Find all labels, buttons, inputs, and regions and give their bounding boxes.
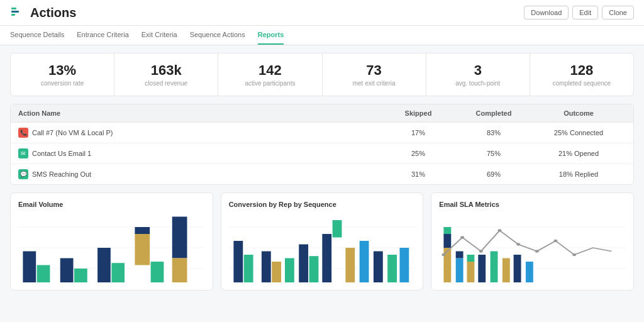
svg-point-50 (460, 236, 464, 238)
metric-closed-revenue: 163k closed revenue (114, 53, 218, 96)
phone-icon: 📞 (18, 128, 28, 138)
svg-rect-39 (444, 227, 452, 234)
svg-rect-46 (502, 258, 510, 283)
table-row: 💬 SMS Reaching Out 31% 69% 18% Replied (11, 164, 633, 184)
edit-button[interactable]: Edit (572, 6, 598, 19)
svg-rect-8 (60, 258, 74, 283)
svg-point-51 (479, 250, 483, 252)
clone-button[interactable]: Clone (602, 6, 634, 19)
metric-value-1: 163k (119, 62, 213, 79)
metric-value-3: 73 (328, 62, 421, 79)
conversion-by-rep-chart: Conversion by Rep by Sequence (221, 192, 424, 291)
svg-rect-33 (399, 248, 409, 282)
download-button[interactable]: Download (524, 6, 569, 19)
svg-rect-40 (456, 258, 464, 283)
metric-value-5: 128 (535, 62, 628, 79)
tab-entrance-criteria[interactable]: Entrance Criteria (77, 26, 129, 45)
svg-rect-13 (135, 227, 150, 234)
metric-met-exit: 73 met exit criteria (323, 53, 426, 96)
svg-rect-44 (479, 255, 486, 282)
metric-label-3: met exit criteria (328, 80, 421, 87)
email-sla-chart: Email SLA Metrics (431, 192, 634, 291)
conversion-by-rep-title: Conversion by Rep by Sequence (229, 201, 416, 208)
metric-conversion-rate: 13% conversion rate (11, 53, 114, 96)
tab-reports[interactable]: Reports (258, 26, 284, 45)
svg-rect-32 (387, 255, 397, 282)
action-name-cell: 📞 Call #7 (No VM & Local P) (18, 128, 380, 138)
email-sla-title: Email SLA Metrics (439, 201, 626, 208)
svg-rect-22 (262, 252, 271, 283)
svg-rect-12 (135, 234, 150, 265)
top-bar-left: Actions (10, 5, 76, 20)
row2-name: Contact Us Email 1 (32, 150, 91, 157)
svg-rect-45 (491, 252, 498, 283)
svg-rect-28 (332, 220, 341, 238)
col-action-name: Action Name (18, 109, 380, 117)
svg-rect-11 (111, 263, 125, 282)
svg-rect-2 (11, 14, 15, 16)
svg-rect-0 (11, 8, 16, 9)
tab-sequence-actions[interactable]: Sequence Actions (190, 26, 245, 45)
action-name-cell: ✉ Contact Us Email 1 (18, 148, 380, 158)
svg-rect-23 (272, 262, 281, 282)
actions-table: Action Name Skipped Completed Outcome 📞 … (10, 104, 634, 185)
svg-point-55 (554, 240, 558, 242)
row3-outcome: 18% Replied (531, 170, 626, 178)
svg-point-56 (572, 253, 576, 256)
sms-icon: 💬 (18, 169, 28, 179)
svg-point-54 (535, 250, 539, 252)
top-bar-actions: Download Edit Clone (524, 6, 634, 19)
email-sla-area (439, 213, 626, 282)
action-name-cell: 💬 SMS Reaching Out (18, 169, 380, 179)
svg-rect-29 (345, 248, 355, 282)
col-completed: Completed (456, 109, 531, 117)
email-volume-title: Email Volume (18, 201, 205, 208)
col-outcome: Outcome (531, 109, 626, 117)
svg-rect-7 (37, 265, 50, 283)
charts-row: Email Volume (10, 192, 634, 291)
svg-rect-41 (456, 252, 464, 258)
metrics-row: 13% conversion rate 163k closed revenue … (10, 53, 634, 96)
row1-outcome: 25% Connected (531, 129, 626, 136)
nav-tabs: Sequence Details Entrance Criteria Exit … (0, 26, 644, 45)
svg-rect-30 (359, 241, 369, 282)
row3-name: SMS Reaching Out (32, 170, 91, 178)
svg-point-52 (498, 229, 502, 231)
svg-point-49 (442, 253, 446, 256)
email-icon: ✉ (18, 148, 28, 158)
row1-name: Call #7 (No VM & Local P) (32, 129, 113, 136)
svg-point-53 (516, 243, 520, 245)
col-skipped: Skipped (380, 109, 456, 117)
svg-rect-16 (172, 258, 187, 283)
row1-skipped: 17% (380, 129, 456, 136)
metric-label-4: avg. touch-point (431, 80, 525, 87)
email-volume-area (18, 213, 205, 282)
row2-skipped: 25% (380, 150, 456, 157)
metric-label-5: completed sequence (535, 80, 628, 87)
svg-rect-31 (374, 252, 383, 283)
svg-rect-42 (467, 262, 475, 282)
svg-rect-25 (299, 245, 308, 283)
metric-value-0: 13% (16, 62, 109, 79)
row1-completed: 83% (456, 129, 531, 136)
svg-rect-15 (172, 217, 187, 258)
svg-rect-21 (243, 255, 253, 282)
metric-value-2: 142 (223, 62, 316, 79)
metric-value-4: 3 (431, 62, 525, 79)
svg-rect-10 (97, 248, 111, 282)
metric-completed-sequence: 128 completed sequence (530, 53, 633, 96)
svg-rect-24 (285, 258, 294, 283)
table-row: ✉ Contact Us Email 1 25% 75% 21% Opened (11, 143, 633, 164)
svg-rect-26 (309, 256, 318, 282)
row3-skipped: 31% (380, 170, 456, 178)
page-title: Actions (30, 6, 76, 20)
conversion-by-rep-area (229, 213, 416, 282)
table-header: Action Name Skipped Completed Outcome (11, 104, 633, 123)
svg-rect-1 (11, 11, 19, 13)
tab-sequence-details[interactable]: Sequence Details (10, 26, 64, 45)
metric-label-0: conversion rate (16, 80, 109, 87)
top-bar: Actions Download Edit Clone (0, 0, 644, 26)
logo-icon (10, 5, 25, 20)
svg-rect-38 (444, 234, 452, 248)
tab-exit-criteria[interactable]: Exit Criteria (142, 26, 177, 45)
